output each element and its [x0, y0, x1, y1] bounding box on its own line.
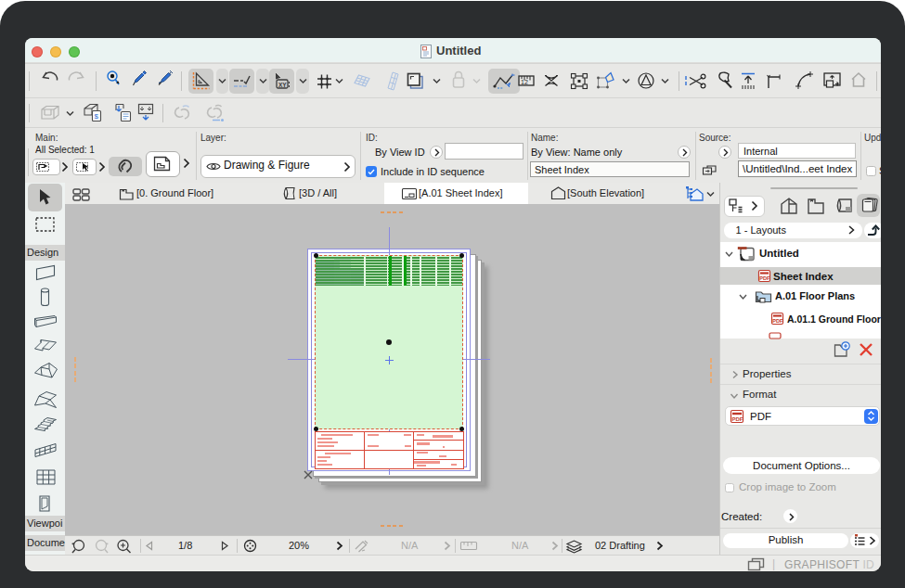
svg-text:PDF: PDF: [731, 416, 743, 422]
svg-text:XY: XY: [278, 82, 287, 88]
svg-text:12: 12: [521, 79, 528, 85]
svg-text:$: $: [95, 112, 99, 121]
svg-text:PDF: PDF: [772, 318, 783, 324]
svg-text:PDF: PDF: [759, 275, 770, 281]
